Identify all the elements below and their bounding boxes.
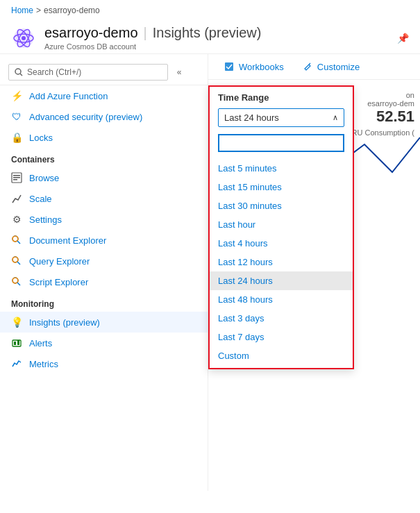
- lock-icon: 🔒: [11, 132, 22, 143]
- settings-icon: ⚙: [11, 214, 22, 225]
- svg-point-4: [22, 36, 26, 40]
- sidebar-label: Insights (preview): [29, 317, 100, 328]
- search-placeholder: Search (Ctrl+/): [27, 67, 81, 77]
- time-range-select[interactable]: Last 24 hours ∧: [218, 108, 344, 127]
- svg-line-6: [20, 74, 22, 76]
- option-3days[interactable]: Last 3 days: [210, 309, 353, 328]
- resource-name: esarroyo-demo: [44, 25, 138, 41]
- metrics-icon: [11, 358, 22, 369]
- containers-section: Containers: [0, 148, 208, 167]
- option-24hours[interactable]: Last 24 hours: [210, 271, 353, 290]
- alerts-icon: [11, 337, 22, 348]
- breadcrumb: Home > esarroyo-demo: [0, 0, 420, 21]
- sidebar-label: Query Explorer: [29, 256, 90, 267]
- sidebar-label: Metrics: [29, 359, 58, 369]
- option-12hours[interactable]: Last 12 hours: [210, 253, 353, 271]
- sidebar-item-settings[interactable]: ⚙ Settings: [0, 209, 208, 230]
- sidebar-item-locks[interactable]: 🔒 Locks: [0, 127, 208, 148]
- sidebar-item-scale[interactable]: Scale: [0, 188, 208, 209]
- svg-line-13: [17, 241, 20, 244]
- function-icon: ⚡: [11, 90, 22, 101]
- sidebar-label: Scale: [29, 194, 52, 204]
- customize-button[interactable]: Customize: [299, 59, 364, 75]
- header-title: esarroyo-demo | Insights (preview): [44, 25, 389, 41]
- account-type: Azure Cosmos DB account: [44, 42, 389, 51]
- time-range-label: Time Range: [210, 87, 353, 106]
- sidebar-item-advanced-security[interactable]: 🛡 Advanced security (preview): [0, 106, 208, 127]
- svg-point-5: [15, 69, 21, 74]
- svg-rect-22: [17, 340, 19, 345]
- option-7days[interactable]: Last 7 days: [210, 328, 353, 346]
- workbooks-icon: [224, 61, 235, 72]
- option-48hours[interactable]: Last 48 hours: [210, 290, 353, 309]
- sidebar-label: Advanced security (preview): [29, 112, 142, 122]
- svg-rect-20: [12, 340, 21, 346]
- sidebar-item-add-function[interactable]: ⚡ Add Azure Function: [0, 85, 208, 106]
- page-name: Insights (preview): [153, 25, 262, 41]
- svg-rect-23: [225, 62, 233, 71]
- time-range-search-input[interactable]: [218, 134, 344, 152]
- sidebar-label: Alerts: [29, 338, 52, 348]
- svg-rect-21: [14, 342, 16, 345]
- chart-db-name: esarroyo-dem: [367, 99, 414, 108]
- sidebar-item-browse[interactable]: Browse: [0, 167, 208, 188]
- sidebar-label: Locks: [29, 133, 53, 143]
- sidebar-label: Settings: [29, 215, 62, 225]
- main-layout: Search (Ctrl+/) « ⚡ Add Azure Function 🛡…: [0, 54, 420, 491]
- cosmos-db-icon: [11, 26, 36, 51]
- script-explorer-icon: [11, 276, 22, 287]
- content-area: Workbooks Customize Time Range Last 24 h…: [208, 54, 420, 491]
- search-icon: [15, 68, 23, 76]
- sidebar-label: Document Explorer: [29, 235, 106, 246]
- workbooks-label: Workbooks: [239, 62, 284, 72]
- breadcrumb-separator: >: [36, 6, 41, 15]
- option-15min[interactable]: Last 15 minutes: [210, 178, 353, 196]
- header-title-block: esarroyo-demo | Insights (preview) Azure…: [44, 25, 389, 51]
- svg-rect-8: [13, 175, 20, 176]
- breadcrumb-current: esarroyo-demo: [44, 6, 100, 15]
- page-header: esarroyo-demo | Insights (preview) Azure…: [0, 21, 420, 54]
- doc-explorer-icon: [11, 235, 22, 246]
- svg-rect-9: [13, 177, 20, 178]
- sidebar-item-alerts[interactable]: Alerts: [0, 333, 208, 353]
- option-1hour[interactable]: Last hour: [210, 215, 353, 234]
- title-divider: |: [144, 25, 147, 41]
- sidebar-label: Add Azure Function: [29, 91, 108, 101]
- option-4hours[interactable]: Last 4 hours: [210, 234, 353, 253]
- chevron-up-icon: ∧: [333, 113, 338, 122]
- shield-icon: 🛡: [11, 111, 22, 122]
- svg-rect-10: [13, 179, 17, 180]
- search-input[interactable]: Search (Ctrl+/): [8, 64, 168, 81]
- collapse-button[interactable]: «: [172, 65, 186, 79]
- browse-icon: [11, 172, 22, 183]
- sidebar-item-script-explorer[interactable]: Script Explorer: [0, 271, 208, 292]
- sidebar-item-query-explorer[interactable]: Query Explorer: [0, 251, 208, 271]
- content-toolbar: Workbooks Customize: [208, 54, 420, 80]
- sidebar: Search (Ctrl+/) « ⚡ Add Azure Function 🛡…: [0, 54, 208, 491]
- breadcrumb-home[interactable]: Home: [11, 6, 33, 15]
- sidebar-label: Script Explorer: [29, 277, 88, 287]
- time-range-selected-value: Last 24 hours: [224, 112, 279, 123]
- scale-icon: [11, 193, 22, 204]
- svg-line-16: [17, 262, 20, 264]
- customize-label: Customize: [317, 62, 360, 72]
- sidebar-item-document-explorer[interactable]: Document Explorer: [0, 230, 208, 251]
- svg-line-24: [309, 63, 310, 65]
- query-explorer-icon: [11, 255, 22, 267]
- option-5min[interactable]: Last 5 minutes: [210, 159, 353, 178]
- insights-icon: 💡: [11, 317, 22, 328]
- time-range-options-list: Last 5 minutes Last 15 minutes Last 30 m…: [210, 159, 353, 365]
- pin-icon[interactable]: 📌: [397, 33, 409, 44]
- option-30min[interactable]: Last 30 minutes: [210, 196, 353, 215]
- monitoring-section: Monitoring: [0, 292, 208, 312]
- pencil-icon: [303, 62, 313, 72]
- sidebar-label: Browse: [29, 173, 59, 183]
- svg-line-19: [17, 283, 20, 285]
- time-range-dropdown: Time Range Last 24 hours ∧ Last 5 minute…: [208, 85, 354, 369]
- sidebar-item-insights[interactable]: 💡 Insights (preview): [0, 312, 208, 333]
- search-bar: Search (Ctrl+/) «: [0, 60, 208, 85]
- workbooks-button[interactable]: Workbooks: [219, 58, 288, 75]
- option-custom[interactable]: Custom: [210, 346, 353, 365]
- sidebar-item-metrics[interactable]: Metrics: [0, 353, 208, 374]
- chart-on-label: on: [406, 91, 414, 99]
